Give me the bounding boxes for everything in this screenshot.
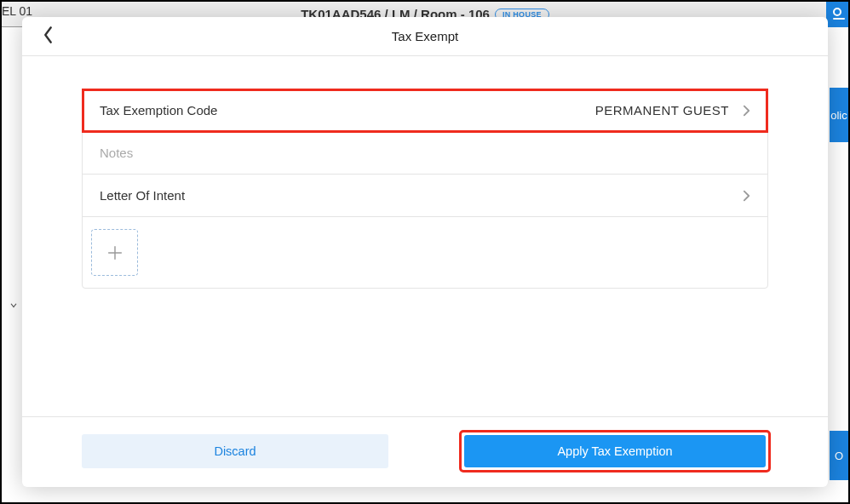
notes-input[interactable] <box>100 146 750 160</box>
chevron-right-icon <box>743 104 750 117</box>
notes-row <box>83 132 767 175</box>
chevron-left-icon <box>43 26 54 44</box>
bg-hotel-label: EL 01 <box>2 4 32 18</box>
tax-exempt-modal: Tax Exempt Tax Exemption Code PERMANENT … <box>22 17 828 487</box>
modal-title: Tax Exempt <box>392 29 458 43</box>
tax-exemption-code-label: Tax Exemption Code <box>100 103 217 117</box>
modal-body: Tax Exemption Code PERMANENT GUEST Lette… <box>22 56 828 416</box>
letter-of-intent-label: Letter Of Intent <box>100 188 185 203</box>
tax-exemption-code-row[interactable]: Tax Exemption Code PERMANENT GUEST <box>83 89 767 132</box>
add-attachment-row <box>83 217 767 288</box>
bg-side-tab-1[interactable]: olic <box>830 88 848 142</box>
bg-side-tab-2[interactable]: O <box>830 431 848 480</box>
apply-button-highlight: Apply Tax Exemption <box>462 432 768 470</box>
bg-side-tab-1-label: olic <box>830 109 847 122</box>
modal-header: Tax Exempt <box>22 17 828 56</box>
tax-exemption-code-value: PERMANENT GUEST <box>595 103 729 117</box>
chevron-down-icon <box>9 301 18 311</box>
letter-of-intent-row[interactable]: Letter Of Intent <box>83 175 767 217</box>
form-section: Tax Exemption Code PERMANENT GUEST Lette… <box>82 89 768 289</box>
add-attachment-button[interactable] <box>91 229 138 276</box>
bg-account-button[interactable] <box>826 2 848 27</box>
discard-button[interactable]: Discard <box>82 434 388 468</box>
bg-side-tab-2-label: O <box>835 450 843 462</box>
chevron-right-icon <box>743 189 750 203</box>
apply-tax-exemption-button[interactable]: Apply Tax Exemption <box>464 435 766 467</box>
person-icon <box>833 8 841 16</box>
back-button[interactable] <box>43 26 54 48</box>
modal-footer: Discard Apply Tax Exemption <box>22 416 828 487</box>
bg-collapse-chevron[interactable] <box>9 300 18 313</box>
plus-icon <box>106 243 124 262</box>
